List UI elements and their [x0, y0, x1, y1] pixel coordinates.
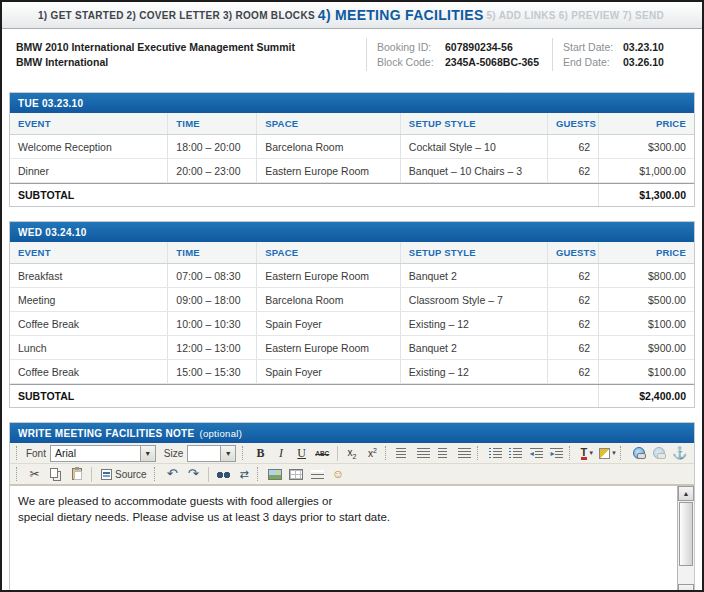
chevron-down-icon[interactable]: ▼ — [220, 446, 235, 461]
text-color-button[interactable]: T▼ — [577, 444, 598, 462]
table-row: Welcome Reception 18:00 – 20:00 Barcelon… — [10, 135, 694, 159]
align-right-button[interactable] — [434, 444, 455, 462]
outdent-icon — [530, 448, 543, 459]
source-button[interactable]: Source — [96, 465, 152, 483]
insert-image-button[interactable] — [265, 465, 286, 483]
replace-button[interactable]: ⇄ — [234, 465, 255, 483]
space-cell: Eastern Europe Room — [256, 264, 400, 287]
end-date-value: 03.26.10 — [623, 55, 664, 70]
event-cell: Meeting — [10, 288, 167, 311]
copy-button[interactable] — [45, 465, 66, 483]
smiley-button[interactable]: ☺ — [328, 465, 349, 483]
paste-button[interactable] — [66, 465, 87, 483]
cut-button[interactable]: ✂ — [24, 465, 45, 483]
justify-icon — [458, 448, 471, 459]
time-cell: 12:00 – 13:00 — [167, 336, 256, 359]
outdent-button[interactable] — [526, 444, 547, 462]
guests-cell: 62 — [547, 159, 598, 182]
booking-header: BMW 2010 International Executive Managem… — [2, 29, 702, 79]
price-cell: $300.00 — [598, 135, 694, 158]
subtotal-row: SUBTOTAL $1,300.00 — [10, 183, 694, 206]
day-table-tue: TUE 03.23.10 EVENT TIME SPACE SETUP STYL… — [9, 92, 695, 207]
scroll-up-button[interactable]: ▲ — [678, 486, 694, 501]
table-row: Lunch 12:00 – 13:00 Eastern Europe Room … — [10, 336, 694, 360]
size-label: Size — [164, 448, 183, 459]
strikethrough-icon: ABC — [315, 450, 329, 457]
space-cell: Eastern Europe Room — [256, 159, 400, 182]
undo-icon: ↶ — [167, 469, 178, 479]
event-cell: Breakfast — [10, 264, 167, 287]
col-guests: GUESTS — [547, 113, 598, 134]
vertical-scrollbar[interactable]: ▲ ▼ — [677, 486, 694, 592]
strikethrough-button[interactable]: ABC — [312, 444, 333, 462]
justify-button[interactable] — [454, 444, 475, 462]
insert-table-button[interactable] — [286, 465, 307, 483]
toolbar-separator — [91, 467, 92, 482]
col-space: SPACE — [256, 242, 400, 263]
highlight-color-icon — [599, 448, 610, 459]
scroll-down-button[interactable]: ▼ — [678, 584, 694, 592]
price-cell: $900.00 — [598, 336, 694, 359]
guests-cell: 62 — [547, 360, 598, 383]
find-icon — [216, 469, 231, 480]
table-row: Meeting 09:00 – 18:00 Barcelona Room Cla… — [10, 288, 694, 312]
italic-button[interactable]: I — [271, 444, 292, 462]
toolbar-grip — [569, 446, 573, 460]
font-select[interactable]: Arial ▼ — [50, 445, 156, 462]
day-table-wed: WED 03.24.10 EVENT TIME SPACE SETUP STYL… — [9, 221, 695, 408]
toolbar-grip — [16, 446, 20, 460]
step-get-started[interactable]: 1) GET STARTED — [38, 10, 124, 21]
start-date-value: 03.23.10 — [623, 40, 664, 55]
align-center-button[interactable] — [413, 444, 434, 462]
align-left-button[interactable] — [393, 444, 414, 462]
time-cell: 15:00 – 15:30 — [167, 360, 256, 383]
setup-cell: Existing – 12 — [400, 312, 547, 335]
block-code-label: Block Code: — [377, 55, 445, 70]
col-setup-style: SETUP STYLE — [400, 242, 547, 263]
time-cell: 18:00 – 20:00 — [167, 135, 256, 158]
table-row: Dinner 20:00 – 23:00 Eastern Europe Room… — [10, 159, 694, 183]
step-room-blocks[interactable]: 3) ROOM BLOCKS — [223, 10, 315, 21]
editor-toolbar-row-1: Font Arial ▼ Size ▼ B I U ABC x2 x2 — [10, 443, 694, 464]
setup-cell: Banquet – 10 Chairs – 3 — [400, 159, 547, 182]
anchor-button[interactable]: ⚓ — [669, 444, 690, 462]
table-column-headers: EVENT TIME SPACE SETUP STYLE GUESTS PRIC… — [10, 113, 694, 135]
note-section-header: WRITE MEETING FACILITIES NOTE(optional) — [10, 423, 694, 443]
source-icon — [101, 469, 112, 480]
toolbar-grip — [620, 446, 624, 460]
step-meeting-facilities[interactable]: 4) MEETING FACILITIES — [318, 7, 484, 23]
subtotal-label: SUBTOTAL — [10, 184, 598, 206]
underline-button[interactable]: U — [291, 444, 312, 462]
chevron-down-icon[interactable]: ▼ — [140, 446, 155, 461]
unordered-list-button[interactable] — [505, 444, 526, 462]
insert-link-button[interactable] — [628, 444, 649, 462]
highlight-color-button[interactable]: ▼ — [598, 444, 619, 462]
ordered-list-icon — [489, 448, 502, 459]
guests-cell: 62 — [547, 336, 598, 359]
start-date-label: Start Date: — [563, 40, 623, 55]
size-select-value — [188, 446, 220, 461]
booking-id-label: Booking ID: — [377, 40, 445, 55]
scrollbar-thumb[interactable] — [679, 502, 693, 566]
text-color-icon: T — [581, 447, 588, 460]
undo-button[interactable]: ↶ — [162, 465, 183, 483]
redo-button[interactable]: ↷ — [183, 465, 204, 483]
find-button[interactable] — [213, 465, 234, 483]
subtotal-row: SUBTOTAL $2,400.00 — [10, 384, 694, 407]
event-cell: Coffee Break — [10, 312, 167, 335]
superscript-button[interactable]: x2 — [362, 444, 383, 462]
chevron-down-icon: ▼ — [611, 450, 617, 456]
subscript-button[interactable]: x2 — [342, 444, 363, 462]
table-row: Coffee Break 10:00 – 10:30 Spain Foyer E… — [10, 312, 694, 336]
ordered-list-button[interactable] — [485, 444, 506, 462]
setup-cell: Existing – 12 — [400, 360, 547, 383]
indent-button[interactable] — [547, 444, 568, 462]
toolbar-grip — [257, 467, 261, 481]
col-guests: GUESTS — [547, 242, 598, 263]
horizontal-rule-button[interactable] — [307, 465, 328, 483]
note-text-input[interactable]: We are pleased to accommodate guests wit… — [10, 486, 677, 592]
step-cover-letter[interactable]: 2) COVER LETTER — [127, 10, 220, 21]
size-select[interactable]: ▼ — [187, 445, 236, 462]
bold-button[interactable]: B — [250, 444, 271, 462]
col-event: EVENT — [10, 242, 167, 263]
